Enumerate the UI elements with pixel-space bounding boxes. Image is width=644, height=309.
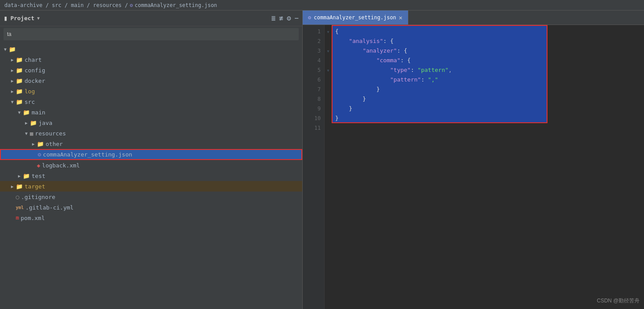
comma-json-label: commaAnalyzer_setting.json: [43, 151, 301, 158]
editor-area: 1 2 3 4 5 6 7 8 9 10 11 ▿ ▿ ▿: [303, 25, 644, 309]
tree-item-src[interactable]: ▼ 📁 src: [0, 96, 302, 107]
tree-item-gitlab-yml[interactable]: ▶ yml .gitlab-ci.yml: [0, 202, 302, 213]
line-num-8: 8: [303, 94, 321, 104]
minimize-icon[interactable]: −: [294, 14, 299, 22]
tree-item-pom[interactable]: ▶ m pom.xml: [0, 213, 302, 223]
breadcrumb: data-archive / src / main / resources / …: [0, 0, 644, 11]
log-label: log: [25, 88, 302, 95]
target-arrow: ▶: [9, 184, 16, 189]
fold-1[interactable]: ▿: [325, 27, 332, 36]
code-line-6: "pattern": ",": [332, 75, 644, 85]
tree-item-main[interactable]: ▼ 📁 main: [0, 107, 302, 117]
target-folder-icon: 📁: [16, 183, 23, 190]
code-line-10: }: [332, 114, 644, 123]
project-panel: ▮ Project ▼ ≣ ≢ ⚙ − ▼ 📁: [0, 11, 303, 309]
code-content[interactable]: { "analysis": { "analyzer": { "comma": {: [332, 25, 644, 309]
code-line-4: "comma": {: [332, 56, 644, 65]
root-label: [18, 46, 302, 53]
line-num-3: 3: [303, 46, 321, 56]
settings-icon[interactable]: ⚙: [287, 14, 291, 22]
java-folder-icon: 📁: [30, 120, 37, 126]
tree-item-resources[interactable]: ▼ ■ resources: [0, 128, 302, 139]
editor-tab[interactable]: ⚙ commaAnalyzer_setting.json ✕: [303, 11, 408, 25]
chart-label: chart: [25, 57, 302, 63]
fold-3[interactable]: ▿: [325, 46, 332, 56]
line-num-4: 4: [303, 56, 321, 65]
code-line-2: "analysis": {: [332, 36, 644, 46]
resources-label: resources: [35, 130, 302, 137]
chart-folder-icon: 📁: [16, 57, 23, 63]
tree-item-java[interactable]: ▶ 📁 java: [0, 117, 302, 128]
logback-icon: ◆: [37, 162, 40, 169]
src-label: src: [25, 99, 302, 105]
target-label: target: [25, 183, 302, 190]
fold-4: [325, 56, 332, 65]
resources-folder-icon: ■: [30, 130, 33, 137]
tab-label: commaAnalyzer_setting.json: [314, 14, 396, 21]
docker-arrow: ▶: [9, 78, 16, 83]
search-area: [0, 26, 302, 42]
test-arrow: ▶: [16, 174, 23, 178]
code-line-11: [332, 123, 644, 133]
tree-item-config[interactable]: ▶ 📁 config: [0, 65, 302, 75]
line-num-11: 11: [303, 123, 321, 133]
yml-icon: yml: [16, 205, 24, 210]
java-label: java: [39, 120, 302, 126]
fold-10: [325, 114, 332, 123]
other-label: other: [46, 141, 302, 147]
breadcrumb-icon: ⚙: [130, 2, 133, 8]
tree-root[interactable]: ▼ 📁: [0, 44, 302, 54]
tab-close-button[interactable]: ✕: [399, 14, 402, 21]
line-numbers: 1 2 3 4 5 6 7 8 9 10 11: [303, 25, 325, 309]
expand-all-icon[interactable]: ≢: [279, 14, 283, 22]
line-num-9: 9: [303, 104, 321, 114]
line-num-6: 6: [303, 75, 321, 85]
tree-item-log[interactable]: ▶ 📁 log: [0, 86, 302, 96]
tree-item-gitignore[interactable]: ▶ ◯ .gitignore: [0, 192, 302, 202]
line-num-2: 2: [303, 36, 321, 46]
tree-item-comma-json[interactable]: ▶ ⚙ commaAnalyzer_setting.json: [0, 149, 302, 160]
test-folder-icon: 📁: [23, 173, 30, 179]
tree-item-docker[interactable]: ▶ 📁 docker: [0, 75, 302, 86]
tree-item-logback[interactable]: ▶ ◆ logback.xml: [0, 160, 302, 170]
log-arrow: ▶: [9, 89, 16, 94]
main-folder-icon: 📁: [23, 109, 30, 116]
search-input[interactable]: [7, 31, 295, 37]
file-tree: ▼ 📁 ▶ 📁 chart ▶ 📁 config ▶ 📁: [0, 42, 302, 309]
code-line-7: }: [332, 85, 644, 94]
other-folder-icon: 📁: [37, 141, 44, 147]
java-arrow: ▶: [23, 121, 30, 125]
other-arrow: ▶: [30, 142, 37, 146]
tree-item-chart[interactable]: ▶ 📁 chart: [0, 54, 302, 65]
line-num-10: 10: [303, 114, 321, 123]
config-folder-icon: 📁: [16, 67, 23, 74]
gitignore-label: .gitignore: [21, 194, 302, 200]
tab-file-icon: ⚙: [308, 14, 311, 21]
pom-label: pom.xml: [21, 215, 302, 221]
breadcrumb-text: data-archive / src / main / resources /: [4, 2, 128, 8]
watermark: CSDN @勤径苦舟: [597, 297, 640, 305]
editor-panel: ⚙ commaAnalyzer_setting.json ✕ 1 2 3 4 5…: [303, 11, 644, 309]
tree-item-test[interactable]: ▶ 📁 test: [0, 170, 302, 181]
code-line-1: {: [332, 27, 644, 36]
breadcrumb-file: commaAnalyzer_setting.json: [135, 2, 217, 8]
resources-arrow: ▼: [23, 131, 30, 136]
code-lines: { "analysis": { "analyzer": { "comma": {: [332, 27, 644, 133]
gitignore-icon: ◯: [16, 194, 19, 200]
line-num-1: 1: [303, 27, 321, 36]
src-folder-icon: 📁: [16, 99, 23, 105]
tree-item-other[interactable]: ▶ 📁 other: [0, 139, 302, 149]
code-line-8: }: [332, 94, 644, 104]
fold-11: [325, 123, 332, 133]
line-num-7: 7: [303, 85, 321, 94]
root-arrow: ▼: [2, 47, 9, 52]
line-num-5: 5: [303, 65, 321, 75]
config-arrow: ▶: [9, 68, 16, 73]
fold-5[interactable]: ▿: [325, 65, 332, 75]
toolbar-icons: ≣ ≢ ⚙ −: [271, 14, 299, 22]
fold-2: [325, 36, 332, 46]
code-line-5: "type": "pattern",: [332, 65, 644, 75]
pom-icon: m: [16, 215, 19, 221]
collapse-all-icon[interactable]: ≣: [271, 14, 275, 22]
tree-item-target[interactable]: ▶ 📁 target: [0, 181, 302, 192]
